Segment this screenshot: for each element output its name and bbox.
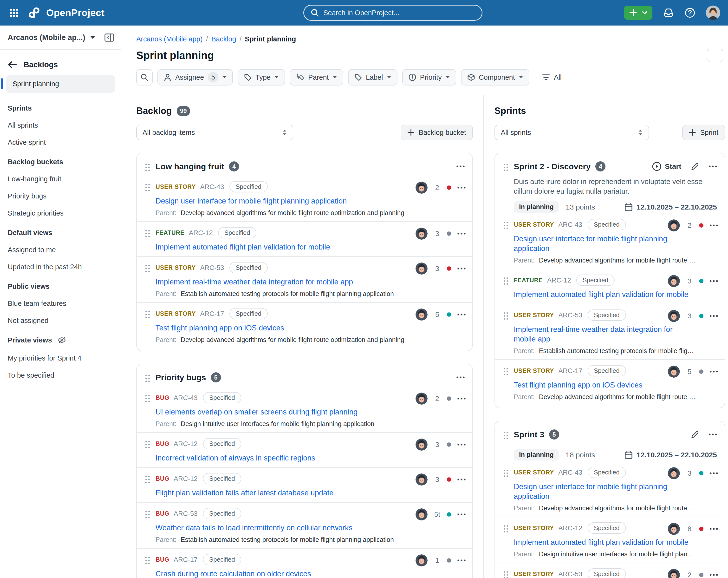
global-search-input[interactable]: [323, 9, 475, 17]
drag-handle-icon[interactable]: [503, 221, 509, 231]
drag-handle-icon[interactable]: [145, 310, 150, 321]
openproject-logo[interactable]: OpenProject: [28, 6, 104, 19]
sidebar-item-strategic-priorities[interactable]: Strategic priorities: [0, 209, 121, 217]
filter-label[interactable]: Label: [348, 69, 397, 85]
more-menu-icon[interactable]: [458, 268, 466, 270]
status-badge[interactable]: Specified: [229, 308, 268, 319]
sidebar-item-updated-past-24h[interactable]: Updated in the past 24h: [0, 263, 121, 271]
assignee-avatar[interactable]: [416, 393, 427, 405]
assignee-avatar[interactable]: [668, 569, 680, 578]
assignee-avatar[interactable]: [668, 366, 680, 378]
edit-pencil-icon[interactable]: [691, 162, 699, 171]
breadcrumb-project-link[interactable]: Arcanos (Mobile app): [136, 35, 203, 43]
status-badge[interactable]: Specified: [229, 181, 268, 193]
more-menu-icon[interactable]: [458, 313, 466, 316]
work-item-title-link[interactable]: Implement automated flight plan validati…: [514, 290, 690, 299]
breadcrumb-backlog-link[interactable]: Backlog: [211, 35, 236, 43]
status-badge[interactable]: Specified: [588, 219, 626, 230]
assignee-avatar[interactable]: [416, 228, 427, 240]
assignee-avatar[interactable]: [416, 262, 427, 275]
work-item-title-link[interactable]: Implement automated flight plan validati…: [514, 537, 690, 547]
sidebar-item-active-sprint[interactable]: Active sprint: [0, 139, 121, 146]
assignee-avatar[interactable]: [416, 508, 427, 521]
filter-all-toggle[interactable]: All: [542, 73, 562, 81]
more-menu-icon[interactable]: [457, 376, 465, 378]
drag-handle-icon[interactable]: [145, 374, 150, 384]
more-menu-icon[interactable]: [710, 528, 718, 530]
status-badge[interactable]: Specified: [588, 309, 626, 321]
more-menu-icon[interactable]: [457, 166, 465, 167]
sidebar-item-my-priorities-sprint-4[interactable]: My priorities for Sprint 4: [0, 354, 121, 362]
edit-pencil-icon[interactable]: [691, 430, 699, 438]
app-grid-menu-icon[interactable]: [8, 6, 20, 19]
drag-handle-icon[interactable]: [503, 469, 509, 479]
work-item-title-link[interactable]: Implement real-time weather data integra…: [156, 277, 425, 287]
more-menu-icon[interactable]: [710, 315, 718, 317]
more-menu-icon[interactable]: [458, 513, 466, 516]
sidebar-item-blue-team-features[interactable]: Blue team features: [0, 300, 121, 307]
drag-handle-icon[interactable]: [145, 556, 150, 567]
status-badge[interactable]: Specified: [588, 467, 626, 478]
drag-handle-icon[interactable]: [145, 475, 150, 485]
more-menu-icon[interactable]: [458, 187, 466, 189]
drag-handle-icon[interactable]: [503, 277, 509, 287]
drag-handle-icon[interactable]: [145, 265, 150, 275]
status-badge[interactable]: Specified: [203, 473, 241, 484]
assignee-avatar[interactable]: [416, 438, 427, 451]
work-item-title-link[interactable]: Design user interface for mobile flight …: [514, 482, 690, 501]
filter-type[interactable]: Type: [238, 69, 285, 85]
drag-handle-icon[interactable]: [503, 368, 509, 378]
assignee-avatar[interactable]: [416, 308, 427, 321]
assignee-avatar[interactable]: [668, 219, 680, 231]
drag-handle-icon[interactable]: [503, 163, 509, 173]
filter-parent[interactable]: Parent: [290, 69, 343, 85]
sidebar-item-assigned-to-me[interactable]: Assigned to me: [0, 246, 121, 254]
project-caret-icon[interactable]: [90, 36, 95, 39]
user-avatar[interactable]: [706, 5, 720, 20]
status-badge[interactable]: Specified: [588, 365, 626, 376]
work-item-title-link[interactable]: Weather data fails to load intermittentl…: [156, 523, 425, 533]
assignee-avatar[interactable]: [668, 467, 680, 479]
work-item-title-link[interactable]: UI elements overlap on smaller screens d…: [156, 407, 425, 417]
more-menu-icon[interactable]: [458, 479, 466, 480]
filter-priority[interactable]: Priority: [402, 69, 456, 85]
sidebar-item-priority-bugs[interactable]: Priority bugs: [0, 192, 121, 200]
work-item-title-link[interactable]: Design user interface for mobile flight …: [514, 234, 690, 253]
assignee-avatar[interactable]: [416, 474, 427, 485]
status-badge[interactable]: Specified: [203, 438, 241, 449]
work-item-title-link[interactable]: Implement automated flight plan validati…: [156, 242, 425, 252]
filter-assignee[interactable]: Assignee 5: [157, 69, 233, 85]
drag-handle-icon[interactable]: [145, 510, 150, 521]
work-item-title-link[interactable]: Test flight planning app on iOS devices: [156, 323, 425, 333]
more-menu-icon[interactable]: [710, 371, 718, 373]
filter-search-button[interactable]: [136, 69, 153, 85]
notifications-inbox-icon[interactable]: [663, 7, 674, 18]
work-item-title-link[interactable]: Crash during route calculation on older …: [156, 569, 425, 578]
more-menu-icon[interactable]: [458, 559, 466, 561]
more-menu-icon[interactable]: [458, 233, 466, 234]
sidebar-item-to-be-specified[interactable]: To be specified: [0, 371, 121, 379]
backlog-items-select[interactable]: All backlog items: [136, 125, 293, 140]
assignee-avatar[interactable]: [668, 310, 680, 322]
drag-handle-icon[interactable]: [145, 395, 150, 405]
work-item-title-link[interactable]: Design user interface for mobile flight …: [156, 196, 425, 206]
status-badge[interactable]: Specified: [588, 568, 626, 578]
drag-handle-icon[interactable]: [145, 229, 150, 240]
work-item-title-link[interactable]: Incorrect validation of airways in speci…: [156, 453, 425, 463]
status-badge[interactable]: Specified: [229, 262, 268, 273]
help-icon[interactable]: [685, 7, 695, 18]
status-badge[interactable]: Specified: [203, 392, 241, 403]
assignee-avatar[interactable]: [416, 554, 427, 567]
sprints-select[interactable]: All sprints: [494, 125, 649, 140]
more-menu-icon[interactable]: [710, 472, 718, 474]
status-badge[interactable]: Specified: [218, 227, 256, 238]
page-more-menu-button[interactable]: [707, 49, 723, 62]
global-search[interactable]: [303, 5, 483, 21]
more-menu-icon[interactable]: [709, 166, 717, 167]
status-badge[interactable]: Specified: [588, 522, 626, 534]
project-selector[interactable]: Arcanos (Mobile ap...): [8, 33, 85, 42]
more-menu-icon[interactable]: [710, 280, 718, 282]
sidebar-item-not-assigned[interactable]: Not assigned: [0, 317, 121, 325]
status-badge[interactable]: Specified: [576, 275, 615, 286]
assignee-avatar[interactable]: [416, 182, 427, 194]
